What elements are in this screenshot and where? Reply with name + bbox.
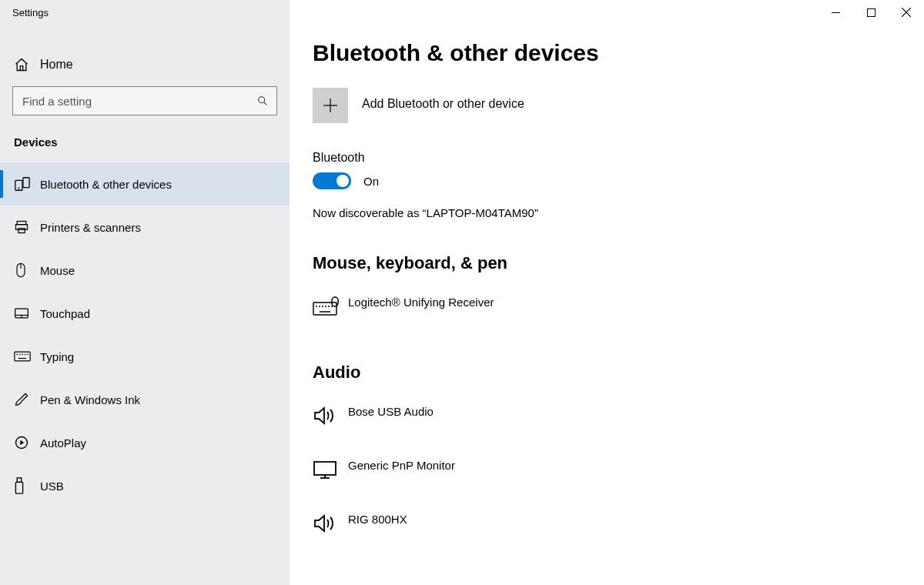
sidebar-item-mouse[interactable]: Mouse [0, 249, 290, 292]
svg-rect-30 [313, 303, 336, 315]
svg-rect-13 [15, 352, 30, 361]
nav-home-label: Home [40, 58, 73, 72]
search-field[interactable] [21, 94, 256, 109]
keyboard-icon [14, 351, 40, 362]
bluetooth-toggle[interactable] [313, 172, 351, 189]
device-name: RIG 800HX [348, 513, 407, 535]
svg-point-0 [259, 97, 265, 103]
devices-icon [14, 176, 40, 192]
svg-rect-7 [18, 229, 25, 233]
sidebar-item-label: Printers & scanners [40, 221, 141, 234]
plus-icon [313, 88, 348, 123]
pen-icon [14, 392, 40, 407]
sidebar-item-label: Typing [40, 350, 74, 363]
settings-window: Settings Home [0, 0, 924, 585]
svg-rect-5 [17, 222, 26, 225]
device-name: Bose USB Audio [348, 405, 434, 427]
device-row[interactable]: Logitech® Unifying Receiver [313, 284, 901, 329]
svg-rect-39 [314, 462, 336, 475]
monitor-icon [313, 460, 348, 480]
sidebar-item-label: Bluetooth & other devices [40, 178, 172, 191]
svg-rect-3 [23, 178, 29, 188]
group-heading: Mouse, keyboard, & pen [313, 253, 901, 273]
nav-list: Bluetooth & other devices Printers & sca… [0, 162, 290, 507]
sidebar-item-usb[interactable]: USB [0, 464, 290, 507]
device-name: Logitech® Unifying Receiver [348, 296, 494, 318]
group-mouse-keyboard-pen: Mouse, keyboard, & pen Logitech® Unifyin… [313, 253, 901, 329]
svg-rect-22 [17, 478, 22, 483]
home-icon [14, 57, 40, 72]
touchpad-icon [14, 307, 40, 319]
device-name: Generic PnP Monitor [348, 459, 455, 481]
sidebar-item-label: USB [40, 480, 64, 493]
device-row[interactable]: Generic PnP Monitor [313, 447, 901, 492]
svg-point-4 [18, 188, 19, 189]
device-row[interactable]: Bose USB Audio [313, 393, 901, 438]
nav-home[interactable]: Home [0, 43, 290, 86]
app-title: Settings [0, 7, 49, 18]
speaker-icon [313, 406, 348, 426]
group-audio: Audio Bose USB Audio Generic [313, 363, 901, 546]
mouse-icon [14, 262, 40, 278]
bluetooth-label: Bluetooth [313, 151, 901, 165]
sidebar-item-label: Touchpad [40, 307, 90, 320]
sidebar-item-touchpad[interactable]: Touchpad [0, 292, 290, 335]
sidebar-item-pen[interactable]: Pen & Windows Ink [0, 378, 290, 421]
svg-rect-25 [867, 8, 875, 16]
search-input[interactable] [12, 86, 277, 115]
svg-rect-38 [332, 297, 338, 306]
discoverable-text: Now discoverable as “LAPTOP-M04TAM90” [313, 206, 901, 219]
svg-line-1 [264, 102, 267, 105]
sidebar-item-bluetooth[interactable]: Bluetooth & other devices [0, 162, 290, 206]
main-panel: Bluetooth & other devices Add Bluetooth … [290, 0, 924, 585]
svg-marker-21 [20, 440, 24, 446]
group-heading: Audio [313, 363, 901, 383]
speaker-icon [313, 513, 348, 533]
section-label: Devices [0, 129, 290, 162]
sidebar-item-printers[interactable]: Printers & scanners [0, 206, 290, 249]
sidebar-item-label: Mouse [40, 264, 75, 277]
minimize-button[interactable] [818, 0, 853, 25]
svg-rect-6 [16, 225, 28, 230]
sidebar-item-typing[interactable]: Typing [0, 335, 290, 378]
keyboard-mouse-icon [313, 296, 348, 316]
usb-icon [14, 477, 40, 494]
add-device-label: Add Bluetooth or other device [362, 97, 524, 114]
autoplay-icon [14, 435, 40, 450]
printer-icon [14, 219, 40, 235]
maximize-button[interactable] [853, 0, 889, 25]
device-row[interactable]: RIG 800HX [313, 501, 901, 546]
sidebar-item-label: Pen & Windows Ink [40, 393, 140, 406]
search-icon [256, 95, 269, 107]
sidebar: Settings Home [0, 0, 290, 585]
sidebar-item-label: AutoPlay [40, 436, 86, 450]
sidebar-item-autoplay[interactable]: AutoPlay [0, 421, 290, 464]
close-button[interactable] [889, 0, 924, 25]
titlebar: Settings [0, 0, 290, 25]
bluetooth-state: On [363, 175, 379, 188]
page-title: Bluetooth & other devices [313, 40, 901, 66]
add-device-button[interactable]: Add Bluetooth or other device [313, 88, 901, 123]
svg-rect-23 [15, 482, 22, 493]
window-controls [818, 0, 924, 25]
